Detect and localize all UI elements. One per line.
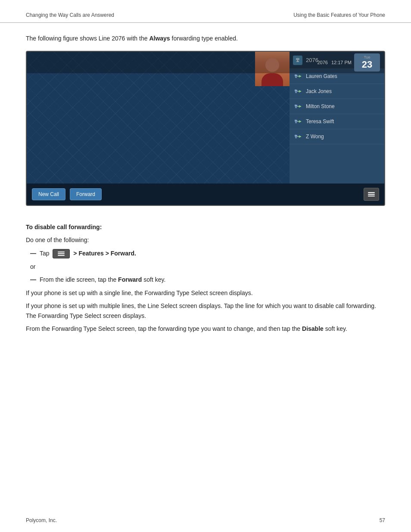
intro-text: The following figure shows Line 2076 wit… [0,27,411,51]
intro-before-bold: The following figure shows Line 2076 wit… [26,35,149,42]
intro-after-bold: forwarding type enabled. [170,35,238,42]
svg-rect-19 [368,196,375,196]
contact-name-teresa-swift: Teresa Swift [306,118,334,124]
contact-forward-icon-3 [293,102,302,111]
contact-forward-icon-4 [293,117,302,126]
footer-company: Polycom, Inc. [26,517,57,523]
menu-icon-button[interactable] [364,188,379,201]
tap-features-forward: > Features > Forward. [73,250,136,257]
contact-forward-icon-5 [293,132,302,141]
contact-name-lauren-gates: Lauren Gates [306,73,337,79]
menu-icon-inline [53,249,70,258]
phone-bottom-bar: New Call Forward [27,184,384,205]
intro-bold: Always [149,35,170,42]
avatar-body [262,73,283,86]
contact-jack-jones[interactable]: Jack Jones [290,84,384,99]
contact-z-wong[interactable]: Z Wong [290,129,384,144]
para3-text: From the Forwarding Type Select screen, … [26,324,385,333]
tap-instruction-text: Tap > Features > Forward. [40,249,136,258]
svg-rect-22 [58,255,65,256]
phone-line-number: 2076 [317,60,327,65]
instructions-section: To disable call forwarding: Do one of th… [0,218,411,345]
phone-time: 12:17 PM [331,60,352,65]
para1-text: If your phone is set up with a single li… [26,288,385,298]
svg-rect-21 [58,253,65,254]
new-call-button[interactable]: New Call [32,188,65,200]
do-one-text: Do one of the following: [26,235,385,245]
page-footer: Polycom, Inc. 57 [26,517,385,523]
or-text: or [30,262,385,271]
contact-teresa-swift[interactable]: Teresa Swift [290,114,384,129]
phone-screenshot: 2076 12:17 PM Tue 23 2076 [26,51,385,206]
svg-rect-17 [368,192,375,193]
phone-date-box: Tue 23 [354,53,380,72]
svg-rect-20 [58,252,65,252]
from-idle-text: From the idle screen, tap the Forward so… [40,275,165,284]
contact-name-jack-jones: Jack Jones [306,88,332,94]
contact-name-z-wong: Z Wong [306,134,324,140]
phone-topbar: 2076 12:17 PM Tue 23 [27,52,384,73]
phone-date-number: 23 [358,59,376,70]
contact-name-milton-stone: Milton Stone [306,103,335,109]
forward-button[interactable]: Forward [70,188,102,200]
tap-instruction-item: — Tap > Features > Forward. [26,249,385,258]
contact-forward-icon-2 [293,87,302,96]
page-header: Changing the Way Calls are Answered Usin… [0,0,411,23]
header-left: Changing the Way Calls are Answered [26,12,114,18]
svg-rect-18 [368,194,375,195]
para2-text: If your phone is set up with multiple li… [26,301,385,320]
footer-page-number: 57 [380,517,385,523]
from-idle-instruction: — From the idle screen, tap the Forward … [26,275,385,284]
header-right: Using the Basic Features of Your Phone [293,12,385,18]
instructions-heading: To disable call forwarding: [26,222,385,232]
contact-milton-stone[interactable]: Milton Stone [290,99,384,114]
